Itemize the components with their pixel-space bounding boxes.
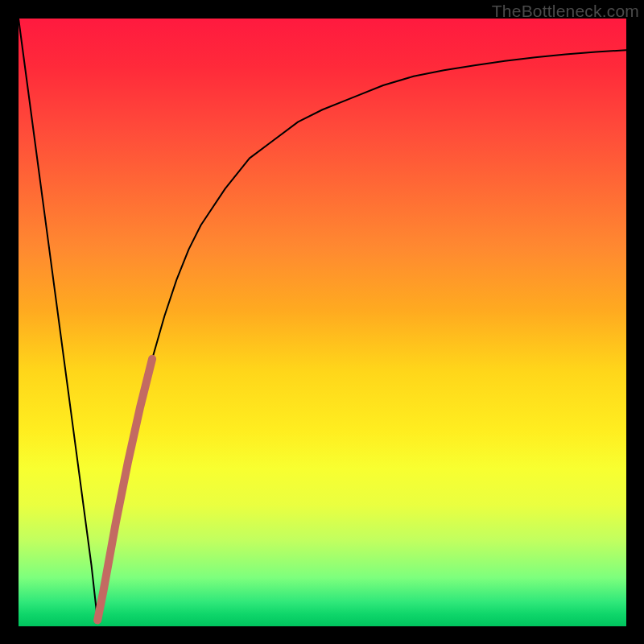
plot-area [19,19,626,626]
highlight-segment [97,359,152,621]
chart-frame: TheBottleneck.com [0,0,644,644]
bottleneck-curve [19,19,626,620]
watermark-text: TheBottleneck.com [492,2,639,21]
chart-svg [19,19,626,626]
